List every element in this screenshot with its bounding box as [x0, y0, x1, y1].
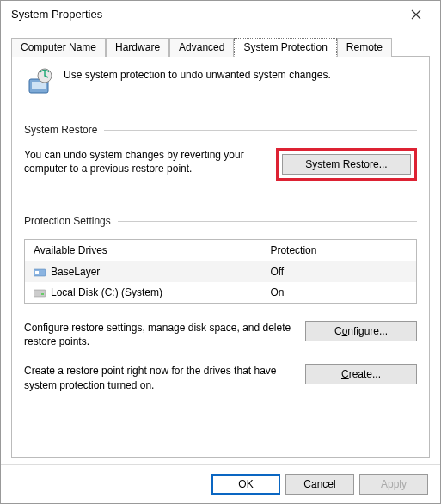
- tab-remote[interactable]: Remote: [337, 38, 392, 57]
- system-restore-description: You can undo system changes by reverting…: [24, 148, 267, 175]
- table-row[interactable]: BaseLayer Off: [25, 261, 416, 282]
- system-restore-group-label: System Restore: [24, 124, 417, 136]
- table-row[interactable]: Local Disk (C:) (System) On: [25, 282, 416, 303]
- system-restore-label-text: System Restore: [24, 124, 104, 136]
- close-button[interactable]: [399, 3, 433, 27]
- system-properties-window: System Properties Computer Name Hardware…: [0, 0, 441, 504]
- system-protection-icon: [24, 67, 55, 98]
- protection-settings-label-text: Protection Settings: [24, 215, 118, 227]
- protection-settings-group-label: Protection Settings: [24, 215, 417, 227]
- tab-advanced[interactable]: Advanced: [169, 38, 234, 57]
- protection-status: Off: [261, 263, 416, 280]
- svg-rect-4: [35, 271, 39, 274]
- tabs: Computer Name Hardware Advanced System P…: [1, 28, 440, 56]
- ok-button[interactable]: OK: [211, 474, 280, 495]
- dialog-buttons: OK Cancel Apply: [1, 464, 440, 503]
- drive-name: Local Disk (C:) (System): [51, 286, 162, 298]
- header-description: Use system protection to undo unwanted s…: [64, 67, 331, 81]
- column-protection[interactable]: Protection: [261, 240, 416, 261]
- window-title: System Properties: [8, 8, 399, 21]
- tab-computer-name[interactable]: Computer Name: [11, 38, 106, 57]
- system-restore-button[interactable]: System Restore...: [282, 154, 411, 175]
- configure-description: Configure restore settings, manage disk …: [24, 321, 295, 348]
- highlight-box: System Restore...: [276, 148, 417, 181]
- create-description: Create a restore point right now for the…: [24, 364, 295, 391]
- apply-button: Apply: [359, 474, 428, 495]
- drive-name: BaseLayer: [51, 266, 100, 278]
- configure-button[interactable]: Configure...: [305, 321, 417, 341]
- protection-status: On: [261, 284, 416, 301]
- titlebar: System Properties: [1, 1, 440, 28]
- tab-hardware[interactable]: Hardware: [106, 38, 169, 57]
- table-header: Available Drives Protection: [25, 240, 416, 261]
- cancel-button[interactable]: Cancel: [285, 474, 354, 495]
- drive-icon: [34, 288, 46, 298]
- svg-rect-6: [41, 293, 44, 295]
- tab-panel-system-protection: Use system protection to undo unwanted s…: [11, 56, 430, 458]
- column-available-drives[interactable]: Available Drives: [25, 240, 261, 261]
- drive-icon: [34, 267, 46, 277]
- close-icon: [411, 9, 421, 20]
- create-button[interactable]: Create...: [305, 364, 417, 384]
- tab-system-protection[interactable]: System Protection: [234, 38, 336, 57]
- drives-table: Available Drives Protection BaseLayer Of…: [24, 239, 417, 304]
